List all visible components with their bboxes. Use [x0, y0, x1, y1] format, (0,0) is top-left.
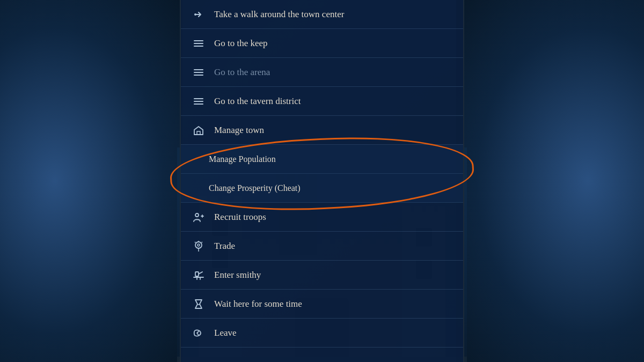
menu-icon-wait: [191, 299, 207, 309]
menu-label-wait: Wait here for some time: [214, 299, 452, 309]
menu-label-trade: Trade: [214, 241, 452, 252]
menu-icon-leave: [191, 328, 207, 338]
svg-point-49: [195, 242, 202, 248]
menu-label-leave: Leave: [214, 328, 452, 338]
menu-label-walk: Take a walk around the town center: [214, 9, 452, 20]
menu-item-walk[interactable]: Take a walk around the town center: [181, 0, 463, 29]
menu-item-change-prosperity[interactable]: Change Prosperity (Cheat): [181, 174, 463, 203]
menu-item-manage-population[interactable]: Manage Population: [181, 145, 463, 174]
menu-icon-smithy: [191, 270, 207, 280]
menu-item-keep[interactable]: Go to the keep: [181, 29, 463, 58]
menu-item-tavern[interactable]: Go to the tavern district: [181, 87, 463, 116]
menu-label-tavern: Go to the tavern district: [214, 96, 452, 107]
menu-icon-trade: [191, 241, 207, 252]
menu-item-recruit[interactable]: Recruit troops: [181, 203, 463, 232]
svg-point-46: [195, 213, 199, 217]
menu-item-smithy[interactable]: Enter smithy: [181, 261, 463, 290]
menu-item-wait[interactable]: Wait here for some time: [181, 290, 463, 319]
menu-label-smithy: Enter smithy: [214, 270, 452, 280]
bg-left-panel: [0, 0, 182, 362]
menu-panel: Take a walk around the town center Go to…: [180, 0, 464, 362]
svg-point-50: [197, 244, 200, 246]
menu-label-recruit: Recruit troops: [214, 212, 452, 223]
menu-item-manage-town[interactable]: Manage town: [181, 116, 463, 145]
menu-icon-walk: [191, 9, 207, 20]
menu-label-manage-population: Manage Population: [209, 154, 452, 164]
menu-item-trade[interactable]: Trade: [181, 232, 463, 261]
menu-label-manage-town: Manage town: [214, 125, 452, 136]
svg-line-54: [202, 242, 203, 243]
menu-icon-arena: [191, 68, 207, 77]
menu-label-arena: Go to the arena: [214, 67, 452, 78]
menu-icon-tavern: [191, 97, 207, 106]
bg-right-panel: [456, 0, 644, 362]
menu-item-arena: Go to the arena: [181, 58, 463, 87]
menu-icon-manage-town: [191, 125, 207, 136]
menu-icon-keep: [191, 39, 207, 48]
menu-label-keep: Go to the keep: [214, 38, 452, 49]
menu-icon-recruit: [191, 212, 207, 223]
svg-point-35: [194, 13, 196, 16]
menu-label-change-prosperity: Change Prosperity (Cheat): [209, 183, 452, 193]
svg-line-53: [195, 242, 196, 243]
menu-item-leave[interactable]: Leave: [181, 319, 463, 348]
svg-line-56: [199, 272, 202, 274]
